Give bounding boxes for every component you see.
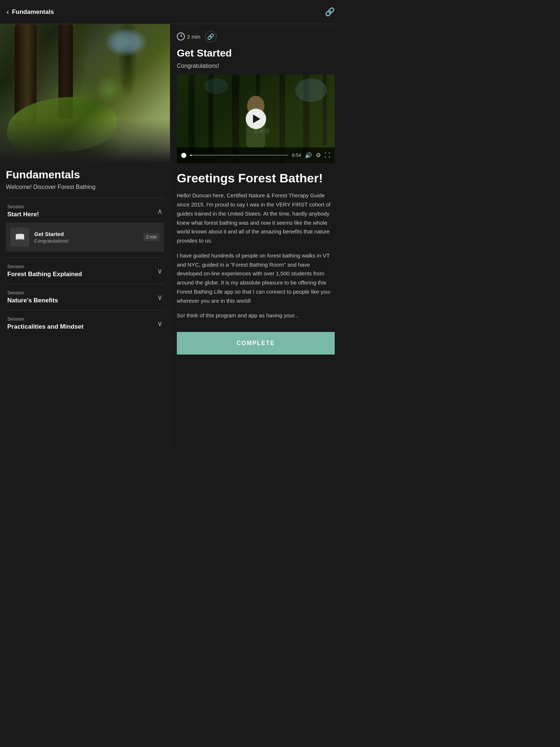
sky-patches bbox=[104, 28, 148, 57]
session-practicalities-chevron-icon: ∨ bbox=[157, 319, 163, 328]
clock-icon bbox=[177, 32, 185, 40]
session-natures-benefits-header[interactable]: Session Nature's Benefits ∨ bbox=[6, 290, 164, 304]
article-paragraph-3: So! think of this program and app as hav… bbox=[177, 311, 335, 320]
lesson-subtitle: Congratulations! bbox=[34, 238, 138, 244]
header: ‹ Fundamentals 🔗 bbox=[0, 0, 341, 24]
right-content-title: Get Started bbox=[177, 47, 335, 59]
lesson-info: Get Started Congratulations! bbox=[34, 231, 138, 244]
session-practicalities-name: Practicalities and Mindset bbox=[7, 323, 83, 330]
play-triangle-icon bbox=[253, 115, 260, 123]
session-natures-benefits-label: Session bbox=[7, 290, 58, 295]
session-forest-bathing-chevron-icon: ∨ bbox=[157, 267, 163, 275]
session-forest-bathing-label: Session bbox=[7, 264, 82, 269]
progress-circle[interactable] bbox=[181, 153, 186, 158]
volume-icon[interactable]: 🔊 bbox=[305, 152, 312, 159]
video-player[interactable]: 森林浴 6:54 🔊 ⚙ ⛶ bbox=[177, 74, 335, 163]
header-link-icon[interactable]: 🔗 bbox=[325, 7, 335, 17]
article-paragraph-2: I have guided hundreds of people on fore… bbox=[177, 251, 335, 306]
session-start-here-name: Start Here! bbox=[7, 211, 39, 218]
video-controls: 6:54 🔊 ⚙ ⛶ bbox=[177, 147, 335, 163]
article-paragraph-1: Hello! Duncan here, Certified Nature & F… bbox=[177, 191, 335, 245]
session-practicalities-header[interactable]: Session Practicalities and Mindset ∨ bbox=[6, 316, 164, 330]
article-title: Greetings Forest Bather! bbox=[177, 171, 335, 186]
session-natures-benefits-name: Nature's Benefits bbox=[7, 297, 58, 304]
left-panel: Fundamentals Welcome! Discover Forest Ba… bbox=[0, 24, 170, 448]
progress-bar[interactable] bbox=[190, 155, 288, 156]
duration-label: 2 min bbox=[187, 34, 201, 40]
main-layout: Fundamentals Welcome! Discover Forest Ba… bbox=[0, 24, 341, 448]
session-natures-benefits: Session Nature's Benefits ∨ bbox=[6, 284, 164, 310]
right-link-icon[interactable]: 🔗 bbox=[205, 31, 217, 42]
lesson-title: Get Started bbox=[34, 231, 138, 237]
session-forest-bathing-header[interactable]: Session Forest Bathing Explained ∨ bbox=[6, 264, 164, 278]
hero-image bbox=[0, 24, 170, 163]
course-title: Fundamentals bbox=[6, 169, 164, 181]
header-title: Fundamentals bbox=[12, 8, 54, 16]
session-start-here-label: Session bbox=[7, 204, 39, 209]
congratulations-text: Congratulations! bbox=[177, 63, 335, 69]
session-forest-bathing: Session Forest Bathing Explained ∨ bbox=[6, 258, 164, 284]
meta-time: 2 min bbox=[177, 32, 201, 40]
complete-button[interactable]: COMPLETE bbox=[177, 332, 335, 355]
session-practicalities-label: Session bbox=[7, 316, 83, 322]
lesson-book-icon: 📖 bbox=[10, 228, 29, 247]
back-button[interactable]: ‹ Fundamentals bbox=[7, 8, 54, 16]
session-forest-bathing-name: Forest Bathing Explained bbox=[7, 271, 82, 278]
session-start-here-content: 📖 Get Started Congratulations! 2 min bbox=[6, 222, 164, 252]
fullscreen-icon[interactable]: ⛶ bbox=[324, 152, 330, 159]
lesson-duration: 2 min bbox=[143, 233, 160, 241]
video-duration: 6:54 bbox=[292, 152, 301, 158]
settings-icon[interactable]: ⚙ bbox=[316, 152, 321, 159]
svg-point-11 bbox=[295, 78, 327, 102]
session-start-here: Session Start Here! ∧ 📖 Get Started Cong… bbox=[6, 198, 164, 258]
meta-row: 2 min 🔗 bbox=[177, 31, 335, 42]
lesson-get-started[interactable]: 📖 Get Started Congratulations! 2 min bbox=[6, 222, 164, 252]
session-start-here-chevron-icon: ∧ bbox=[157, 207, 163, 216]
course-subtitle: Welcome! Discover Forest Bathing bbox=[6, 184, 164, 190]
play-button[interactable] bbox=[246, 109, 266, 129]
left-content: Fundamentals Welcome! Discover Forest Ba… bbox=[0, 163, 170, 336]
svg-point-12 bbox=[205, 78, 228, 94]
session-practicalities: Session Practicalities and Mindset ∨ bbox=[6, 310, 164, 336]
right-panel: 2 min 🔗 Get Started Congratulations! bbox=[170, 24, 341, 448]
session-start-here-header[interactable]: Session Start Here! ∧ bbox=[6, 204, 164, 218]
back-chevron-icon: ‹ bbox=[7, 8, 9, 16]
session-natures-benefits-chevron-icon: ∨ bbox=[157, 293, 163, 302]
progress-fill bbox=[190, 155, 192, 156]
